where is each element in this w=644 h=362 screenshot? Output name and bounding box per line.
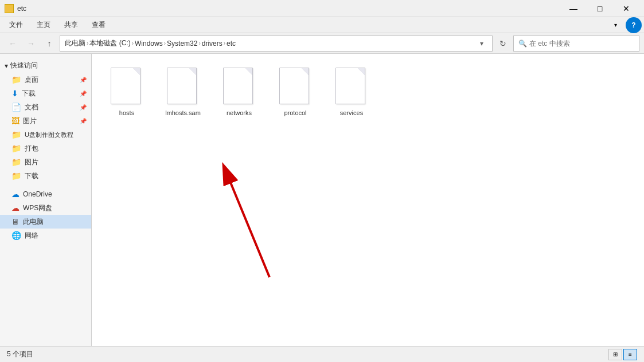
file-item-networks[interactable]: networks xyxy=(213,63,265,121)
forward-button[interactable]: → xyxy=(23,36,39,52)
file-icon-lmhosts xyxy=(167,68,199,107)
address-box[interactable]: 此电脑 › 本地磁盘 (C:) › Windows › System32 › d… xyxy=(60,36,493,52)
refresh-button[interactable]: ↻ xyxy=(495,36,511,52)
file-name-lmhosts: lmhosts.sam xyxy=(165,109,201,117)
sidebar-label-download2: 下载 xyxy=(25,171,38,181)
search-box[interactable]: 🔍 xyxy=(513,36,639,52)
file-item-hosts[interactable]: hosts xyxy=(101,63,153,121)
menu-expand-button[interactable]: ▾ xyxy=(607,17,623,33)
download2-folder-icon: 📁 xyxy=(11,171,21,180)
computer-label: 此电脑 xyxy=(23,217,44,227)
sidebar-item-pics[interactable]: 🖼 图片 📌 xyxy=(0,114,91,128)
file-name-protocol: protocol xyxy=(284,109,306,117)
status-bar: 5 个项目 ⊞ ≡ xyxy=(0,346,644,362)
sidebar-label-usb: U盘制作图文教程 xyxy=(25,131,73,139)
sidebar-item-pics2[interactable]: 📁 图片 xyxy=(0,155,91,169)
menu-file[interactable]: 文件 xyxy=(2,17,30,33)
sidebar-label-desktop: 桌面 xyxy=(25,75,38,85)
menu-bar: 文件 主页 共享 查看 ▾ ? xyxy=(0,17,644,33)
address-dropdown-button[interactable]: ▾ xyxy=(476,36,487,51)
sidebar-item-download1[interactable]: ⬇ 下载 📌 xyxy=(0,86,91,100)
quick-access-arrow: ▾ xyxy=(5,62,8,70)
addr-segment-computer[interactable]: 此电脑 xyxy=(65,38,85,48)
help-button[interactable]: ? xyxy=(626,17,642,33)
search-icon: 🔍 xyxy=(518,40,527,48)
title-text: etc xyxy=(17,5,26,13)
sidebar-label-pics: 图片 xyxy=(23,116,37,126)
addr-segment-system32[interactable]: System32 xyxy=(167,40,197,48)
addr-segment-drivers[interactable]: drivers xyxy=(202,40,223,48)
file-name-hosts: hosts xyxy=(119,109,134,117)
pack-folder-icon: 📁 xyxy=(11,144,21,153)
title-bar: etc — □ ✕ xyxy=(0,0,644,17)
file-page-networks xyxy=(223,68,253,104)
file-page-protocol xyxy=(279,68,309,104)
file-icon-protocol xyxy=(279,68,311,107)
minimize-button[interactable]: — xyxy=(560,0,587,17)
usb-folder-icon: 📁 xyxy=(11,130,21,139)
file-icon-networks xyxy=(223,68,255,107)
folder-icon xyxy=(5,4,14,13)
file-grid: hosts lmhosts.sam networks protocol xyxy=(101,63,635,121)
file-name-services: services xyxy=(340,109,363,117)
sidebar-item-computer[interactable]: 🖥 此电脑 xyxy=(0,215,91,229)
pin-icon-pics: 📌 xyxy=(80,118,87,124)
menu-view[interactable]: 查看 xyxy=(85,17,112,33)
status-count: 5 个项目 xyxy=(7,349,33,359)
menu-share[interactable]: 共享 xyxy=(57,17,85,33)
main-layout: ▾ 快速访问 📁 桌面 📌 ⬇ 下载 📌 📄 文档 📌 🖼 图片 📌 📁 U盘制… xyxy=(0,54,644,346)
address-path: 此电脑 › 本地磁盘 (C:) › Windows › System32 › d… xyxy=(65,38,474,48)
close-button[interactable]: ✕ xyxy=(613,0,639,17)
addr-segment-disk[interactable]: 本地磁盘 (C:) xyxy=(89,38,130,48)
menu-home[interactable]: 主页 xyxy=(30,17,57,33)
sidebar-label-pack: 打包 xyxy=(25,144,38,154)
download-folder-icon: ⬇ xyxy=(11,89,18,98)
wps-label: WPS网盘 xyxy=(23,203,52,213)
network-label: 网络 xyxy=(25,231,38,241)
onedrive-icon: ☁ xyxy=(11,190,19,199)
view-buttons: ⊞ ≡ xyxy=(608,349,637,360)
sidebar-item-download2[interactable]: 📁 下载 xyxy=(0,169,91,183)
sidebar-label-docs: 文档 xyxy=(25,103,38,112)
sidebar-item-desktop[interactable]: 📁 桌面 📌 xyxy=(0,73,91,86)
title-bar-left: etc xyxy=(5,4,26,13)
maximize-button[interactable]: □ xyxy=(587,0,613,17)
sidebar-item-network[interactable]: 🌐 网络 xyxy=(0,229,91,242)
file-item-services[interactable]: services xyxy=(326,63,377,121)
up-button[interactable]: ↑ xyxy=(41,36,57,52)
file-page-lmhosts xyxy=(167,68,197,104)
file-item-protocol[interactable]: protocol xyxy=(270,63,321,121)
sidebar-item-pack[interactable]: 📁 打包 xyxy=(0,141,91,155)
sidebar-item-docs[interactable]: 📄 文档 📌 xyxy=(0,100,91,114)
addr-current: etc xyxy=(227,40,236,48)
view-large-icons-button[interactable]: ⊞ xyxy=(608,349,622,360)
search-input[interactable] xyxy=(529,40,634,48)
view-list-button[interactable]: ≡ xyxy=(623,349,637,360)
back-button[interactable]: ← xyxy=(5,36,21,52)
computer-icon: 🖥 xyxy=(11,217,19,226)
sidebar-label-download1: 下载 xyxy=(22,89,36,99)
file-item-lmhosts[interactable]: lmhosts.sam xyxy=(157,63,209,121)
svg-line-1 xyxy=(228,177,270,277)
pin-icon-desktop: 📌 xyxy=(80,77,87,83)
sidebar-label-pics2: 图片 xyxy=(25,158,38,167)
pin-icon-docs: 📌 xyxy=(80,104,87,111)
file-name-networks: networks xyxy=(227,109,252,117)
sidebar-item-usb[interactable]: 📁 U盘制作图文教程 xyxy=(0,128,91,141)
docs-folder-icon: 📄 xyxy=(11,103,21,112)
desktop-folder-icon: 📁 xyxy=(11,75,21,84)
pics-folder-icon: 🖼 xyxy=(11,116,19,125)
file-page-hosts xyxy=(111,68,140,104)
wps-icon: ☁ xyxy=(11,203,19,213)
sidebar-item-onedrive[interactable]: ☁ OneDrive xyxy=(0,187,91,201)
pin-icon-download1: 📌 xyxy=(80,91,87,97)
addr-segment-windows[interactable]: Windows xyxy=(135,40,163,48)
file-icon-services xyxy=(335,68,368,107)
title-controls: — □ ✕ xyxy=(560,0,639,17)
quick-access-header[interactable]: ▾ 快速访问 xyxy=(0,58,91,73)
quick-access-label: 快速访问 xyxy=(10,61,38,70)
content-area: hosts lmhosts.sam networks protocol xyxy=(92,54,644,346)
network-icon: 🌐 xyxy=(11,231,21,240)
pics2-folder-icon: 📁 xyxy=(11,158,21,167)
sidebar-item-wps[interactable]: ☁ WPS网盘 xyxy=(0,201,91,215)
